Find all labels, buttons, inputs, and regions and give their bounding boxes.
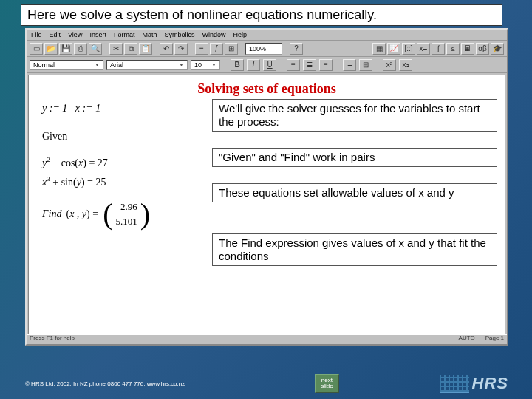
document-area[interactable]: Solving sets of equations y := 1 x := 1 … bbox=[28, 75, 505, 342]
find-expression: Find(x , y) = ( 2.96 5.101 ) bbox=[42, 200, 491, 229]
menu-view[interactable]: View bbox=[68, 31, 82, 38]
menu-insert[interactable]: Insert bbox=[89, 31, 106, 38]
font-combo[interactable]: Arial▼ bbox=[106, 60, 188, 70]
palette-graph-icon[interactable]: 📈 bbox=[387, 43, 400, 55]
menu-help[interactable]: Help bbox=[233, 31, 247, 38]
fontsize-combo[interactable]: 10▼ bbox=[191, 60, 220, 70]
find-val-x: 2.96 bbox=[120, 201, 137, 213]
preview-icon[interactable]: 🔍 bbox=[89, 43, 102, 55]
mathcad-window: File Edit View Insert Format Math Symbol… bbox=[25, 28, 508, 346]
chevron-down-icon: ▼ bbox=[211, 62, 216, 67]
slide-footer: © HRS Ltd, 2002. In NZ phone 0800 477 77… bbox=[25, 374, 508, 393]
copyright-text: © HRS Ltd, 2002. In NZ phone 0800 477 77… bbox=[25, 381, 185, 387]
palette-greek-icon[interactable]: αβ bbox=[476, 43, 489, 55]
style-value: Normal bbox=[33, 61, 55, 69]
callout-guesses: We'll give the solver guesses for the va… bbox=[212, 99, 497, 132]
open-icon[interactable]: 📂 bbox=[44, 43, 58, 55]
font-value: Arial bbox=[110, 61, 123, 69]
palette-calc2-icon[interactable]: ∫ bbox=[432, 43, 445, 55]
find-val-y: 5.101 bbox=[115, 216, 137, 228]
next-slide-button[interactable]: next slide bbox=[315, 374, 338, 393]
copy-icon[interactable]: ⧉ bbox=[124, 43, 137, 55]
save-icon[interactable]: 💾 bbox=[59, 43, 72, 55]
subscript-icon[interactable]: x₂ bbox=[399, 59, 412, 71]
hrs-logo: HRS bbox=[440, 374, 508, 393]
callout-given-find-text: "Given" and "Find" work in pairs bbox=[219, 151, 375, 163]
paste-icon[interactable]: 📋 bbox=[139, 43, 152, 55]
zoom-input[interactable]: 100% bbox=[245, 43, 282, 55]
menu-symbolics[interactable]: Symbolics bbox=[164, 31, 194, 38]
units-icon[interactable]: ⊞ bbox=[225, 43, 238, 55]
menu-format[interactable]: Format bbox=[114, 31, 135, 38]
next-label-2: slide bbox=[321, 383, 332, 389]
status-help: Press F1 for help bbox=[30, 335, 75, 344]
function-icon[interactable]: ƒ bbox=[210, 43, 223, 55]
palette-matrix-icon[interactable]: [::] bbox=[402, 43, 415, 55]
callout-equations: These equations set allowable values of … bbox=[212, 183, 497, 202]
toolbar-format: Normal▼ Arial▼ 10▼ B I U ≡ ≣ ≡ ≔ ⊟ x² x₂ bbox=[27, 57, 507, 73]
underline-button[interactable]: U bbox=[263, 59, 276, 71]
menubar: File Edit View Insert Format Math Symbol… bbox=[27, 30, 507, 41]
superscript-icon[interactable]: x² bbox=[383, 59, 396, 71]
callout-find: The Find expression gives values of x an… bbox=[212, 233, 497, 266]
chevron-down-icon: ▼ bbox=[179, 62, 184, 67]
menu-math[interactable]: Math bbox=[142, 31, 157, 38]
menu-window[interactable]: Window bbox=[202, 31, 225, 38]
title-text: Here we solve a system of nonlinear equa… bbox=[27, 7, 377, 22]
menu-edit[interactable]: Edit bbox=[50, 31, 61, 38]
hrs-logo-grid-icon bbox=[440, 375, 469, 393]
callout-equations-text: These equations set allowable values of … bbox=[219, 186, 454, 199]
cut-icon[interactable]: ✂ bbox=[109, 43, 123, 55]
palette-calc-icon[interactable]: ▦ bbox=[372, 43, 386, 55]
eq1-rhs: 27 bbox=[98, 157, 108, 168]
title-callout: Here we solve a system of nonlinear equa… bbox=[21, 4, 502, 26]
statusbar: Press F1 for help AUTO Page 1 bbox=[27, 334, 507, 344]
align-right-icon[interactable]: ≡ bbox=[319, 59, 332, 71]
eq2-rhs: 25 bbox=[95, 176, 106, 187]
toolbar-main: ▭ 📂 💾 ⎙ 🔍 ✂ ⧉ 📋 ↶ ↷ ≡ ƒ ⊞ 100% ? ▦ 📈 [::… bbox=[27, 41, 507, 57]
numbering-icon[interactable]: ⊟ bbox=[359, 59, 372, 71]
chevron-down-icon: ▼ bbox=[95, 62, 100, 67]
callout-guesses-text: We'll give the solver guesses for the va… bbox=[219, 102, 480, 128]
print-icon[interactable]: ⎙ bbox=[74, 43, 87, 55]
palette-bool-icon[interactable]: ≤ bbox=[446, 43, 460, 55]
status-page: Page 1 bbox=[485, 335, 504, 344]
hrs-logo-text: HRS bbox=[472, 374, 508, 393]
zoom-value: 100% bbox=[249, 45, 266, 52]
new-icon[interactable]: ▭ bbox=[30, 43, 43, 55]
palette-eval-icon[interactable]: x= bbox=[417, 43, 430, 55]
status-auto: AUTO bbox=[459, 335, 475, 344]
style-combo[interactable]: Normal▼ bbox=[30, 60, 103, 70]
palette-symb-icon[interactable]: 🎓 bbox=[491, 43, 504, 55]
bold-button[interactable]: B bbox=[231, 59, 244, 71]
given-keyword: Given bbox=[42, 131, 491, 143]
undo-icon[interactable]: ↶ bbox=[160, 43, 173, 55]
callout-find-text: The Find expression gives values of x an… bbox=[219, 236, 486, 262]
bullets-icon[interactable]: ≔ bbox=[343, 59, 356, 71]
palette-prog-icon[interactable]: 🖩 bbox=[461, 43, 474, 55]
align-icon[interactable]: ≡ bbox=[195, 43, 208, 55]
italic-button[interactable]: I bbox=[247, 59, 260, 71]
doc-heading: Solving sets of equations bbox=[42, 81, 491, 97]
menu-file[interactable]: File bbox=[31, 31, 42, 38]
align-center-icon[interactable]: ≣ bbox=[303, 59, 316, 71]
callout-given-find: "Given" and "Find" work in pairs bbox=[212, 148, 497, 167]
fontsize-value: 10 bbox=[194, 61, 202, 69]
help-icon[interactable]: ? bbox=[290, 43, 303, 55]
redo-icon[interactable]: ↷ bbox=[174, 43, 188, 55]
align-left-icon[interactable]: ≡ bbox=[287, 59, 300, 71]
